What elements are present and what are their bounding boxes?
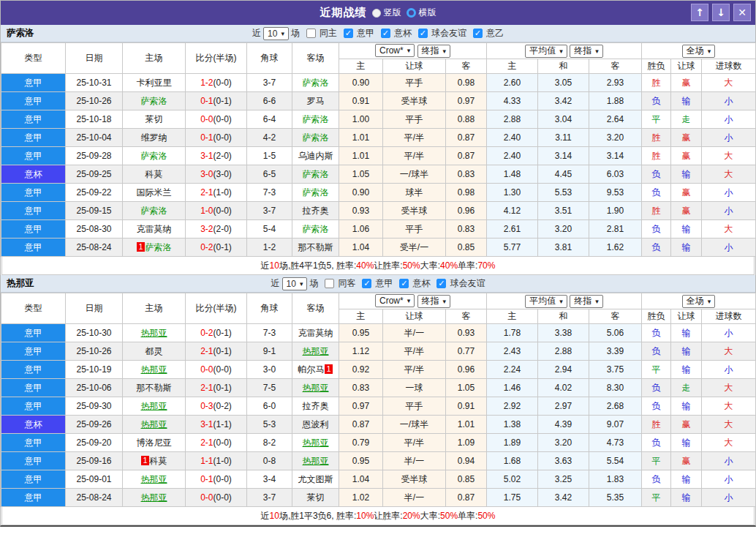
score-cell: 0-0(0-0) bbox=[186, 361, 247, 379]
handicap-result-cell: 输 bbox=[671, 470, 702, 489]
handicap-home-odds-cell: 1.01 bbox=[339, 147, 383, 165]
check-icon: ✓ bbox=[401, 279, 407, 288]
away-team-cell: 热那亚 bbox=[292, 434, 339, 452]
bookmaker-select[interactable]: Crow*▾ bbox=[375, 294, 415, 307]
handicap-away-odds-cell: 1.01 bbox=[446, 416, 487, 434]
odds-group-fulltime: 全场▾ bbox=[642, 43, 756, 59]
coppa-italia-checkbox[interactable]: ✓ bbox=[381, 29, 390, 38]
coppa-italia-checkbox[interactable]: ✓ bbox=[399, 279, 409, 288]
result-cell: 负 bbox=[642, 324, 671, 342]
home-team-cell: 卡利亚里 bbox=[123, 74, 186, 92]
team-name: 莱切 bbox=[307, 492, 325, 503]
handicap-result-cell: 走 bbox=[671, 379, 702, 397]
halftime-score: (1-1) bbox=[213, 419, 232, 429]
match-row: 意甲25-09-15萨索洛1-0(0-0)3-7拉齐奥0.93受半球0.964.… bbox=[1, 202, 756, 220]
odds-time-select[interactable]: 终指▾ bbox=[570, 295, 603, 308]
team-name: 克雷莫纳 bbox=[298, 328, 333, 338]
fulltime-select[interactable]: 全场▾ bbox=[682, 45, 716, 58]
avg-away-odds-cell: 9.07 bbox=[589, 416, 642, 434]
away-team-cell: 萨索洛 bbox=[292, 110, 339, 129]
avg-home-odds-cell: 5.02 bbox=[487, 470, 538, 489]
score-cell: 0-1(0-1) bbox=[186, 92, 247, 110]
match-count-select[interactable]: 10 ▾ bbox=[263, 27, 289, 40]
team-name: 热那亚 bbox=[141, 474, 167, 484]
avg-home-odds-cell: 1.30 bbox=[487, 184, 538, 202]
goals-result-cell: 大 bbox=[702, 342, 756, 361]
col-home: 主场 bbox=[123, 43, 186, 74]
check-icon: ✓ bbox=[438, 279, 445, 288]
club-friendly-checkbox[interactable]: ✓ bbox=[418, 29, 428, 38]
near-label: 近 bbox=[271, 277, 280, 290]
avg-home-odds-cell: 2.40 bbox=[487, 147, 538, 165]
club-friendly-checkbox[interactable]: ✓ bbox=[436, 279, 446, 288]
odds-time-select[interactable]: 终指▾ bbox=[417, 295, 451, 308]
same-venue-checkbox[interactable] bbox=[325, 279, 334, 288]
subcol-handicap: 让球 bbox=[383, 309, 446, 324]
chevron-down-icon: ▾ bbox=[595, 48, 599, 55]
handicap-line-cell: 平手 bbox=[383, 110, 446, 129]
team-name: 莱切 bbox=[145, 114, 163, 124]
close-button[interactable]: ✕ bbox=[733, 4, 751, 21]
away-team-cell: 热那亚 bbox=[292, 342, 339, 361]
layout-radio-vertical[interactable]: 竖版 bbox=[372, 7, 401, 19]
avg-home-odds-cell: 5.77 bbox=[487, 239, 538, 257]
handicap-line-cell: 受半/一 bbox=[383, 239, 446, 257]
check-icon: ✓ bbox=[345, 29, 352, 37]
bookmaker-select[interactable]: Crow*▾ bbox=[375, 44, 415, 57]
handicap-line-cell: 平/半 bbox=[383, 147, 446, 165]
summary-text: 场,胜1平3负6, 胜率: bbox=[279, 510, 356, 522]
match-row: 意甲25-08-241萨索洛0-2(0-1)1-2那不勒斯1.04受半/一0.8… bbox=[1, 239, 756, 257]
avg-draw-odds-cell: 3.51 bbox=[538, 202, 589, 220]
average-select[interactable]: 平均值▾ bbox=[525, 45, 567, 58]
col-date: 日期 bbox=[66, 293, 123, 324]
scroll-up-button[interactable]: ↑ bbox=[691, 4, 708, 21]
score-cell: 0-0(0-0) bbox=[186, 489, 247, 507]
competition-cell: 意甲 bbox=[1, 434, 66, 452]
scroll-down-button[interactable]: ↓ bbox=[712, 4, 730, 21]
home-team-cell: 萨索洛 bbox=[123, 147, 186, 165]
home-team-cell: 1萨索洛 bbox=[123, 239, 186, 257]
serie-b-checkbox[interactable]: ✓ bbox=[473, 29, 483, 38]
fulltime-score: 3-1 bbox=[200, 419, 213, 429]
avg-home-odds-cell: 2.92 bbox=[487, 397, 538, 416]
away-team-summary: 近10场,胜1平3负6, 胜率:10% 让胜率:20% 大率:50% 单率:50… bbox=[1, 507, 755, 525]
handicap-home-odds-cell: 0.87 bbox=[339, 416, 383, 434]
subcol-handicap: 让球 bbox=[383, 59, 446, 74]
handicap-home-odds-cell: 0.90 bbox=[339, 184, 383, 202]
handicap-result-cell: 赢 bbox=[671, 74, 702, 92]
match-count-select[interactable]: 10 ▾ bbox=[282, 277, 308, 290]
match-row: 意甲25-10-30热那亚0-2(0-1)7-3克雷莫纳0.95半/一0.931… bbox=[1, 324, 756, 342]
odds-time-select[interactable]: 终指▾ bbox=[417, 45, 451, 58]
subcol-home-odds: 主 bbox=[339, 309, 383, 324]
result-cell: 平 bbox=[642, 361, 671, 379]
team-name: 维罗纳 bbox=[141, 132, 167, 143]
league-serie-a-checkbox[interactable]: ✓ bbox=[362, 279, 371, 288]
match-row: 意甲25-10-04维罗纳0-1(0-0)4-2萨索洛1.01平/半0.872.… bbox=[1, 129, 756, 147]
halftime-score: (0-1) bbox=[213, 383, 232, 393]
avg-home-odds-cell: 1.75 bbox=[487, 489, 538, 507]
date-cell: 25-08-30 bbox=[66, 220, 123, 239]
league-serie-a-checkbox[interactable]: ✓ bbox=[344, 29, 353, 38]
result-cell: 负 bbox=[642, 379, 671, 397]
team-name: 那不勒斯 bbox=[298, 242, 333, 252]
same-venue-checkbox[interactable] bbox=[306, 29, 316, 38]
handicap-line-cell: 一球 bbox=[383, 379, 446, 397]
radio-vertical-label: 竖版 bbox=[384, 7, 401, 19]
halftime-score: (0-2) bbox=[213, 401, 232, 411]
home-team-cell: 热那亚 bbox=[123, 470, 186, 489]
score-cell: 0-2(0-1) bbox=[186, 324, 247, 342]
fulltime-select[interactable]: 全场▾ bbox=[682, 295, 716, 308]
handicap-home-odds-cell: 0.95 bbox=[339, 452, 383, 470]
team-name: 热那亚 bbox=[303, 346, 329, 356]
date-cell: 25-09-20 bbox=[66, 434, 123, 452]
layout-radio-horizontal[interactable]: 横版 bbox=[407, 7, 436, 19]
corner-cell: 3-7 bbox=[247, 74, 292, 92]
team-name: 乌迪内斯 bbox=[298, 151, 333, 161]
score-cell: 1-2(0-0) bbox=[186, 74, 247, 92]
handicap-away-odds-cell: 0.94 bbox=[446, 452, 487, 470]
fulltime-score: 3-0 bbox=[200, 169, 213, 179]
home-team-cell: 热那亚 bbox=[123, 361, 186, 379]
average-select[interactable]: 平均值▾ bbox=[525, 295, 567, 308]
home-team-cell: 都灵 bbox=[123, 342, 186, 361]
odds-time-select[interactable]: 终指▾ bbox=[570, 45, 603, 58]
